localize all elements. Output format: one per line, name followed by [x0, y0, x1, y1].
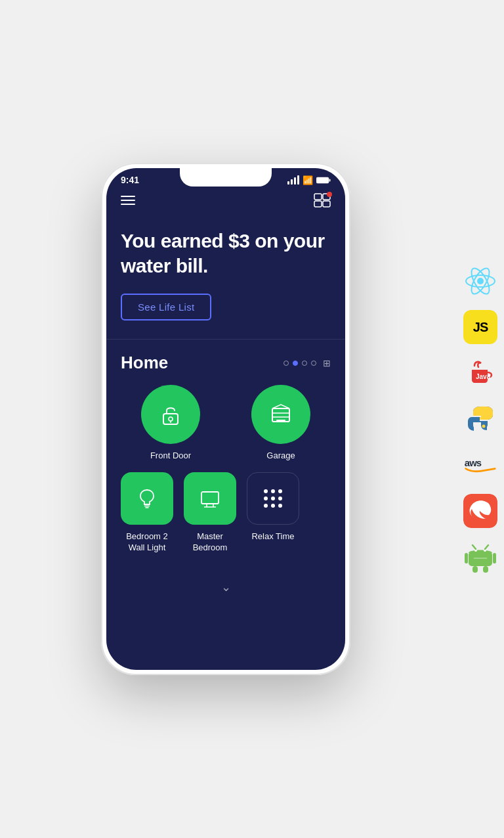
svg-rect-2 — [314, 194, 322, 200]
master-bedroom-card[interactable]: MasterBedroom — [184, 472, 236, 554]
hamburger-menu-button[interactable] — [121, 193, 135, 208]
svg-rect-37 — [483, 566, 488, 573]
javascript-icon: JS — [463, 310, 497, 344]
front-door-card[interactable]: Front Door — [121, 385, 220, 462]
top-nav — [106, 188, 345, 215]
react-icon — [463, 264, 497, 298]
garage-card[interactable]: Garage — [231, 385, 331, 462]
svg-text:aws: aws — [465, 458, 482, 468]
svg-rect-29 — [469, 552, 492, 566]
dot-3 — [302, 361, 307, 366]
scroll-down-indicator[interactable]: ⌄ — [106, 575, 345, 600]
relax-time-icon — [247, 472, 299, 525]
svg-rect-1 — [329, 179, 331, 181]
dot-2 — [293, 361, 298, 366]
svg-text:Java: Java — [476, 373, 491, 380]
hero-section: You earned $3 on your water bill. See Li… — [106, 215, 345, 340]
home-section: Home ⊞ — [106, 340, 345, 572]
svg-rect-34 — [465, 553, 468, 563]
home-header: Home ⊞ — [121, 353, 331, 373]
bedroom2-walllight-icon — [121, 472, 173, 525]
front-door-label: Front Door — [150, 451, 191, 462]
front-door-icon — [141, 385, 200, 444]
status-time: 9:41 — [121, 175, 139, 185]
svg-point-26 — [482, 425, 486, 428]
wifi-icon: 📶 — [303, 175, 313, 185]
garage-icon — [251, 385, 310, 444]
bedroom2-walllight-card[interactable]: Bedroom 2Wall Light — [121, 472, 173, 554]
svg-rect-35 — [493, 553, 496, 563]
relax-time-label: Relax Time — [251, 531, 294, 542]
notification-badge — [327, 192, 332, 197]
relax-time-card[interactable]: Relax Time — [247, 472, 299, 554]
android-icon — [463, 540, 497, 574]
device-row-2: Bedroom 2Wall Light MasterBedroom — [121, 472, 331, 554]
bedroom2-walllight-label: Bedroom 2Wall Light — [126, 531, 168, 554]
svg-rect-4 — [314, 201, 322, 207]
dots-grid — [264, 489, 282, 508]
status-icons: 📶 — [287, 175, 331, 185]
dot-1 — [284, 361, 289, 366]
battery-icon — [316, 177, 331, 184]
master-bedroom-label: MasterBedroom — [193, 531, 228, 554]
master-bedroom-icon — [184, 472, 236, 525]
phone-shell: 9:41 📶 — [101, 163, 350, 675]
swift-icon — [463, 494, 497, 528]
signal-icon — [287, 175, 299, 185]
hero-title: You earned $3 on your water bill. — [121, 229, 331, 278]
svg-line-32 — [472, 545, 476, 549]
dot-4 — [311, 361, 316, 366]
tech-icons-panel: JS Java aws — [463, 264, 497, 574]
notification-button[interactable] — [314, 193, 331, 208]
device-row-1: Front Door Garage — [121, 385, 331, 462]
java-icon: Java — [463, 356, 497, 390]
svg-rect-5 — [323, 201, 330, 207]
svg-rect-36 — [472, 566, 478, 573]
see-life-list-button[interactable]: See Life List — [121, 294, 211, 320]
svg-rect-0 — [316, 177, 329, 183]
carousel-dots: ⊞ — [284, 358, 331, 368]
garage-label: Garage — [266, 451, 295, 462]
svg-rect-16 — [201, 492, 219, 504]
svg-point-20 — [477, 278, 484, 284]
phone-screen: 9:41 📶 — [106, 168, 345, 670]
svg-point-7 — [169, 417, 173, 421]
phone-notch — [180, 168, 272, 187]
home-section-title: Home — [121, 353, 168, 373]
svg-line-33 — [485, 545, 488, 549]
svg-rect-12 — [276, 420, 285, 422]
aws-icon: aws — [463, 448, 497, 482]
python-icon — [463, 402, 497, 436]
expand-icon[interactable]: ⊞ — [323, 358, 331, 368]
